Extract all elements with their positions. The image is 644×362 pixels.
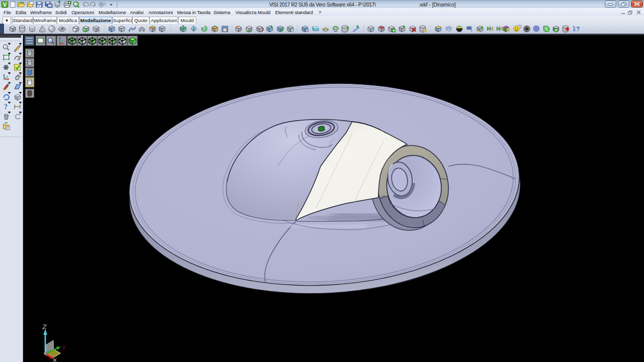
svg-text:?: ? bbox=[576, 26, 580, 33]
svg-text:?: ? bbox=[4, 103, 8, 111]
svg-text:V: V bbox=[3, 2, 7, 8]
